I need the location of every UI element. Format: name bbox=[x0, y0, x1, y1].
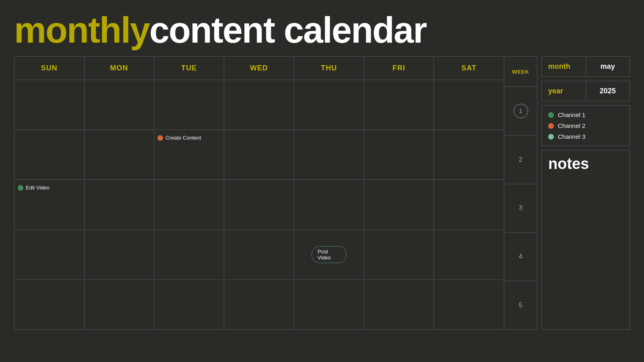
cell-r2-sat[interactable] bbox=[434, 130, 504, 179]
week-header: WEEK bbox=[504, 57, 537, 87]
cell-r5-tue[interactable] bbox=[154, 280, 224, 329]
channel-1-item: Channel 1 bbox=[548, 111, 623, 118]
calendar-header: SUN MON TUE WED THU FRI SAT bbox=[14, 57, 504, 80]
calendar-row-1 bbox=[14, 80, 504, 130]
year-value: 2025 bbox=[586, 81, 630, 101]
notes-title: notes bbox=[548, 156, 623, 171]
month-box: month may bbox=[541, 56, 630, 77]
cell-r1-sat[interactable] bbox=[434, 80, 504, 130]
cell-r2-sun[interactable] bbox=[14, 130, 85, 179]
page-title: monthlycontent calendar bbox=[0, 0, 644, 56]
calendar-grid: SUN MON TUE WED THU FRI SAT bbox=[14, 56, 504, 330]
event-create-content: Create Content bbox=[157, 135, 221, 141]
week-3: 3 bbox=[504, 184, 537, 233]
cell-r1-tue[interactable] bbox=[154, 80, 224, 130]
cell-r5-sun[interactable] bbox=[14, 280, 85, 329]
channels-box: Channel 1 Channel 2 Channel 3 bbox=[541, 105, 630, 146]
channel-2-item: Channel 2 bbox=[548, 122, 623, 129]
cell-r4-thu[interactable]: Post Video bbox=[294, 230, 364, 280]
title-monthly: monthly bbox=[14, 10, 149, 50]
week-5: 5 bbox=[504, 281, 537, 329]
calendar-row-5 bbox=[14, 280, 504, 329]
year-label: year bbox=[542, 81, 586, 101]
day-header-tue: TUE bbox=[154, 57, 224, 80]
cell-r1-fri[interactable] bbox=[364, 80, 434, 130]
month-value: may bbox=[586, 57, 630, 76]
channel-1-label: Channel 1 bbox=[558, 111, 585, 118]
cell-r4-sun[interactable] bbox=[14, 230, 85, 280]
cell-r2-fri[interactable] bbox=[364, 130, 434, 179]
event-create-content-label: Create Content bbox=[165, 135, 201, 141]
channel-2-dot bbox=[548, 123, 554, 129]
week-2: 2 bbox=[504, 136, 537, 184]
cell-r5-wed[interactable] bbox=[224, 280, 294, 329]
cell-r4-tue[interactable] bbox=[154, 230, 224, 280]
cell-r4-fri[interactable] bbox=[364, 230, 434, 280]
calendar-row-4: Post Video bbox=[14, 230, 504, 280]
cell-r2-mon[interactable] bbox=[85, 130, 155, 179]
title-rest: content calendar bbox=[149, 10, 426, 50]
event-dot-green bbox=[18, 185, 23, 191]
cell-r5-thu[interactable] bbox=[294, 280, 364, 329]
cell-r2-wed[interactable] bbox=[224, 130, 294, 179]
week-1-circle: 1 bbox=[514, 104, 528, 118]
day-header-mon: MON bbox=[85, 57, 155, 80]
channel-1-dot bbox=[548, 112, 554, 118]
day-header-wed: WED bbox=[224, 57, 294, 80]
day-header-fri: FRI bbox=[364, 57, 434, 80]
cell-r3-sun[interactable]: Edit Video bbox=[14, 180, 85, 229]
cell-r4-mon[interactable] bbox=[85, 230, 155, 280]
cell-r4-sat[interactable] bbox=[434, 230, 504, 280]
year-box: year 2025 bbox=[541, 81, 630, 101]
cell-r1-wed[interactable] bbox=[224, 80, 294, 130]
month-label: month bbox=[542, 57, 586, 76]
day-header-sat: SAT bbox=[434, 57, 504, 80]
calendar-body: Create Content Edit Video bbox=[14, 80, 504, 329]
cell-r3-sat[interactable] bbox=[434, 180, 504, 229]
notes-box: notes bbox=[541, 150, 630, 330]
event-edit-video: Edit Video bbox=[18, 185, 81, 191]
cell-r5-sat[interactable] bbox=[434, 280, 504, 329]
cell-r3-tue[interactable] bbox=[154, 180, 224, 229]
cell-r4-wed[interactable] bbox=[224, 230, 294, 280]
cell-r2-tue[interactable]: Create Content bbox=[154, 130, 224, 179]
cell-r3-mon[interactable] bbox=[85, 180, 155, 229]
week-4: 4 bbox=[504, 232, 537, 281]
event-dot-orange bbox=[157, 135, 163, 141]
calendar-row-2: Create Content bbox=[14, 130, 504, 180]
event-edit-video-label: Edit Video bbox=[26, 185, 50, 191]
cell-r1-sun[interactable] bbox=[14, 80, 85, 130]
cell-r3-wed[interactable] bbox=[224, 180, 294, 229]
channel-2-label: Channel 2 bbox=[558, 122, 585, 129]
week-panel: WEEK 1 2 3 4 5 bbox=[504, 56, 537, 330]
channel-3-label: Channel 3 bbox=[558, 133, 585, 140]
day-header-sun: SUN bbox=[14, 57, 85, 80]
calendar-row-3: Edit Video bbox=[14, 180, 504, 230]
day-header-thu: THU bbox=[294, 57, 364, 80]
cell-r5-fri[interactable] bbox=[364, 280, 434, 329]
cell-r5-mon[interactable] bbox=[85, 280, 155, 329]
channel-3-item: Channel 3 bbox=[548, 133, 623, 140]
week-1: 1 bbox=[504, 87, 537, 136]
cell-r3-thu[interactable] bbox=[294, 180, 364, 229]
right-panel: month may year 2025 Channel 1 Channel 2 bbox=[541, 56, 630, 330]
cell-r2-thu[interactable] bbox=[294, 130, 364, 179]
cell-r1-mon[interactable] bbox=[85, 80, 155, 130]
cell-r1-thu[interactable] bbox=[294, 80, 364, 130]
cell-r3-fri[interactable] bbox=[364, 180, 434, 229]
channel-3-dot bbox=[548, 134, 554, 140]
event-post-video: Post Video bbox=[312, 246, 346, 263]
